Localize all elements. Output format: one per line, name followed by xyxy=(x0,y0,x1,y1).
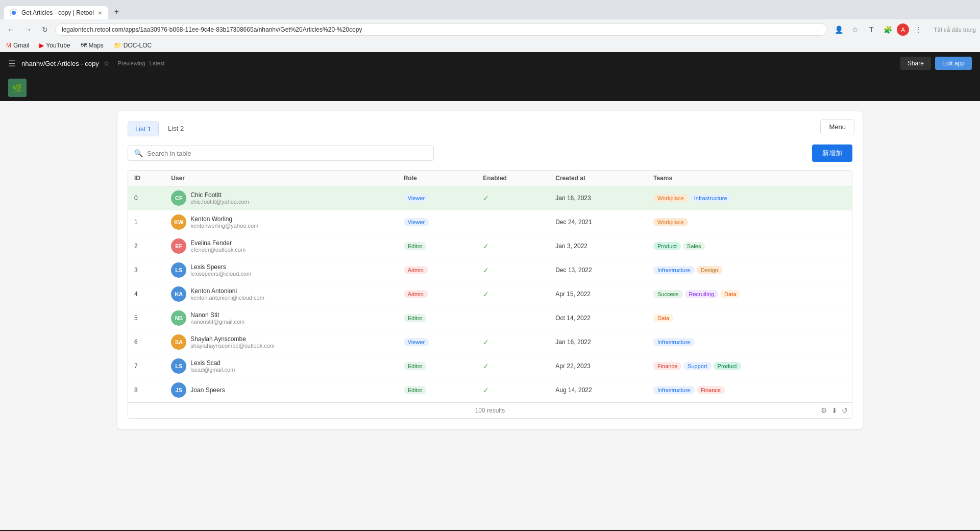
svg-text:🌿: 🌿 xyxy=(12,83,22,93)
avatar: SA xyxy=(171,334,186,350)
avatar: LS xyxy=(171,358,186,374)
cell-created: Jan 16, 2022 xyxy=(549,330,647,354)
avatar: NS xyxy=(171,310,186,326)
team-tag: Infrastructure xyxy=(653,386,695,394)
refresh-button[interactable]: ↻ xyxy=(39,23,51,36)
cell-user: KA Kenton Antonioni kenton.antonioni@icl… xyxy=(165,282,397,306)
bookmark-gmail[interactable]: M Gmail xyxy=(4,41,31,50)
cell-teams: ProductSales xyxy=(647,234,852,258)
table-row[interactable]: 1 KW Kenton Worling kentonworling@yahoo.… xyxy=(128,210,852,234)
team-tag: Design xyxy=(697,266,722,274)
table-row[interactable]: 2 EF Evelina Fender efender@outlook.com … xyxy=(128,234,852,258)
bookmark-youtube[interactable]: ▶ YouTube xyxy=(37,41,72,50)
tab-list1[interactable]: List 1 xyxy=(128,122,159,136)
tab-list2[interactable]: List 2 xyxy=(161,122,191,136)
user-info: Nanon Stit nanonstit@gmail.com xyxy=(190,311,244,325)
active-tab[interactable]: Get Articles - copy | Retool ✕ xyxy=(4,6,108,19)
add-button[interactable]: 新增加 xyxy=(812,144,852,162)
enabled-check: ✓ xyxy=(483,362,489,370)
search-row: 🔍 新增加 xyxy=(128,144,852,162)
cell-teams: Data xyxy=(647,306,852,330)
address-bar[interactable]: legalontech.retool.com/apps/1aa30976-b06… xyxy=(55,23,827,36)
user-info: Lexis Speers lexisspeers@icloud.com xyxy=(190,263,251,277)
cell-created: Apr 15, 2022 xyxy=(549,282,647,306)
user-email: shaylahaynscombe@outlook.com xyxy=(190,343,275,349)
role-tag: Admin xyxy=(404,266,428,274)
favorite-icon[interactable]: ☆ xyxy=(103,59,110,67)
filter-icon[interactable]: ⚙ xyxy=(821,406,827,415)
forward-button[interactable]: → xyxy=(21,23,35,36)
back-button[interactable]: ← xyxy=(4,23,17,36)
previewing-badge: Previewing xyxy=(118,60,145,66)
user-info: Kenton Worling kentonworling@yahoo.com xyxy=(190,215,258,229)
cell-id: 0 xyxy=(128,186,165,210)
new-tab-button[interactable]: + xyxy=(109,4,124,19)
profile-icon[interactable]: 👤 xyxy=(831,22,846,37)
table-row[interactable]: 8 JS Joan Speers Editor✓Aug 14, 2022Infr… xyxy=(128,378,852,402)
cell-created: Aug 14, 2022 xyxy=(549,378,647,402)
download-icon[interactable]: ⬇ xyxy=(831,406,838,415)
team-tag: Sales xyxy=(683,242,705,250)
table-row[interactable]: 7 LS Lexis Scad lscad@gmail.com Editor✓A… xyxy=(128,354,852,378)
results-count: 100 results xyxy=(475,407,505,414)
account-icon[interactable]: A xyxy=(897,23,909,36)
bookmark-docloc[interactable]: 📁 DOC-LOC xyxy=(112,41,154,50)
cell-user: EF Evelina Fender efender@outlook.com xyxy=(165,234,397,258)
hamburger-icon[interactable]: ☰ xyxy=(8,59,15,68)
table-header: ID User Role Enabled Created at Teams xyxy=(128,171,852,186)
youtube-icon: ▶ xyxy=(39,42,44,49)
extensions-icon[interactable]: 🧩 xyxy=(880,22,895,37)
role-tag: Viewer xyxy=(404,194,429,202)
table-row[interactable]: 4 KA Kenton Antonioni kenton.antonioni@i… xyxy=(128,282,852,306)
share-button[interactable]: Share xyxy=(900,57,931,70)
col-user: User xyxy=(165,171,397,186)
search-input[interactable] xyxy=(147,150,427,157)
cell-teams: InfrastructureDesign xyxy=(647,258,852,282)
cell-role: Editor xyxy=(398,378,477,402)
user-name: Shaylah Aynscombe xyxy=(190,335,275,343)
enabled-check: ✓ xyxy=(483,242,489,250)
bookmark-docloc-label: DOC-LOC xyxy=(124,42,152,49)
avatar: KW xyxy=(171,214,186,230)
cell-created: Oct 14, 2022 xyxy=(549,306,647,330)
user-info: Evelina Fender efender@outlook.com xyxy=(190,239,246,253)
edit-app-button[interactable]: Edit app xyxy=(935,57,972,70)
latest-badge: Latest xyxy=(150,60,165,66)
star-icon[interactable]: ☆ xyxy=(848,22,862,37)
table-row[interactable]: 5 NS Nanon Stit nanonstit@gmail.com Edit… xyxy=(128,306,852,330)
avatar: EF xyxy=(171,238,186,254)
tabs-container: List 1 List 2 xyxy=(128,122,852,136)
cell-enabled xyxy=(477,210,549,234)
bookmark-maps[interactable]: 🗺 Maps xyxy=(79,41,106,50)
team-tag: Data xyxy=(720,290,740,298)
menu-button[interactable]: Menu xyxy=(820,119,854,134)
cell-enabled: ✓ xyxy=(477,234,549,258)
cell-role: Editor xyxy=(398,354,477,378)
cell-id: 3 xyxy=(128,258,165,282)
translate-icon[interactable]: T xyxy=(864,22,878,37)
table-row[interactable]: 6 SA Shaylah Aynscombe shaylahaynscombe@… xyxy=(128,330,852,354)
cell-id: 7 xyxy=(128,354,165,378)
cell-created: Dec 24, 2021 xyxy=(549,210,647,234)
cell-user: KW Kenton Worling kentonworling@yahoo.co… xyxy=(165,210,397,234)
role-tag: Viewer xyxy=(404,218,429,226)
menu-icon[interactable]: ⋮ xyxy=(911,22,925,37)
url-text: legalontech.retool.com/apps/1aa30976-b06… xyxy=(62,26,821,33)
user-name: Nanon Stit xyxy=(190,311,244,319)
cell-enabled: ✓ xyxy=(477,378,549,402)
table-row[interactable]: 0 CF Chic Footitt chic.footitt@yahoo.com… xyxy=(128,186,852,210)
team-tag: Data xyxy=(653,314,673,322)
table-container: ID User Role Enabled Created at Teams 0 … xyxy=(128,170,852,419)
team-tag: Workplace xyxy=(653,218,688,226)
refresh-icon[interactable]: ↺ xyxy=(842,406,848,415)
cell-user: SA Shaylah Aynscombe shaylahaynscombe@ou… xyxy=(165,330,397,354)
cell-id: 6 xyxy=(128,330,165,354)
table-row[interactable]: 3 LS Lexis Speers lexisspeers@icloud.com… xyxy=(128,258,852,282)
tab-close-icon[interactable]: ✕ xyxy=(98,10,102,16)
col-created: Created at xyxy=(549,171,647,186)
user-info: Lexis Scad lscad@gmail.com xyxy=(190,359,235,373)
folder-icon: 📁 xyxy=(114,42,121,49)
cell-id: 8 xyxy=(128,378,165,402)
cell-enabled: ✓ xyxy=(477,354,549,378)
tab-title: Get Articles - copy | Retool xyxy=(21,9,94,16)
